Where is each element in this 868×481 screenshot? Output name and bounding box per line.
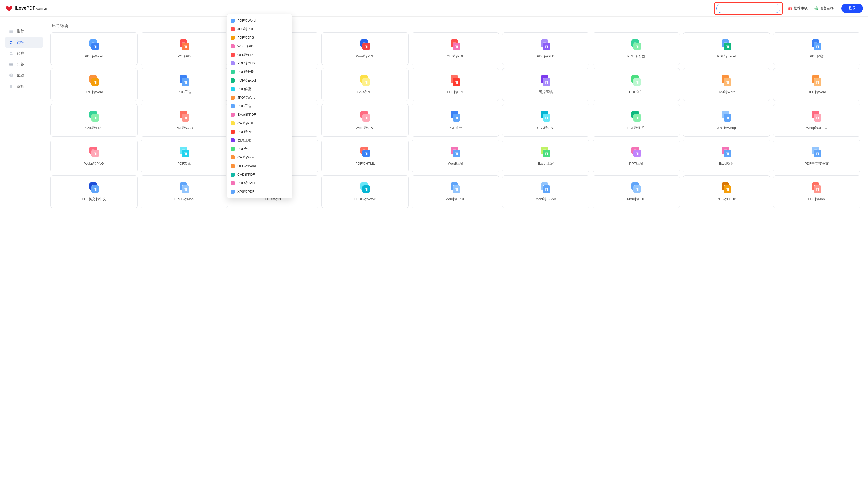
suggestion-item[interactable]: PDF转Excel <box>227 76 292 85</box>
suggestion-item[interactable]: CAJ转Word <box>227 153 292 162</box>
suggestion-item[interactable]: PDF压缩 <box>227 102 292 110</box>
tool-card[interactable]: ◧◨图片压缩 <box>502 68 589 101</box>
tool-card[interactable]: ◧◨PDF转PPT <box>412 68 499 101</box>
suggestion-label: Word转PDF <box>237 44 256 49</box>
tool-card[interactable]: ◧◨Webp转PNG <box>50 140 137 172</box>
file-icon <box>231 44 235 48</box>
suggestion-item[interactable]: CAD转PDF <box>227 170 292 179</box>
brand-logo[interactable]: iLovePDF.com.cn <box>5 5 47 12</box>
tool-card[interactable]: ◧◨Excel压缩 <box>502 140 589 172</box>
tool-card[interactable]: ◧◨PDF拆分 <box>412 104 499 137</box>
tool-card-label: EPUB转Mobi <box>173 197 196 201</box>
tool-card[interactable]: ◧◨Webp转JPEG <box>773 104 861 137</box>
suggestion-item[interactable]: Excel转PDF <box>227 110 292 119</box>
sidebar-item-plan[interactable]: 套餐 <box>5 59 43 70</box>
tool-card[interactable]: ◧◨PDF合并 <box>592 68 680 101</box>
sidebar-item-help[interactable]: ?帮助 <box>5 70 43 81</box>
search-input[interactable] <box>716 4 780 13</box>
suggestion-item[interactable]: CAJ转PDF <box>227 119 292 128</box>
tool-card[interactable]: ◧◨Mobi转AZW3 <box>502 175 589 208</box>
tool-card[interactable]: ◧◨CAJ转PDF <box>321 68 409 101</box>
suggestion-item[interactable]: JPG转Word <box>227 93 292 102</box>
suggestion-label: PDF转Word <box>237 19 256 23</box>
promote-link[interactable]: 推荐赚钱 <box>788 6 808 10</box>
tool-card[interactable]: ◧◨PPT压缩 <box>592 140 680 172</box>
suggestion-item[interactable]: XPS转PDF <box>227 187 292 196</box>
tool-card[interactable]: ◧◨PDF英文转中文 <box>50 175 137 208</box>
tool-card[interactable]: ◧◨JPG转Webp <box>683 104 770 137</box>
file-icon <box>231 70 235 74</box>
file-icon <box>231 190 235 194</box>
file-icon <box>231 156 235 160</box>
tool-card-label: Webp转JPG <box>354 126 376 130</box>
tool-card-label: PDF转OFD <box>535 54 556 59</box>
tool-card[interactable]: ◧◨PDF转EPUB <box>683 175 770 208</box>
tool-card[interactable]: ◧◨Webp转JPG <box>321 104 409 137</box>
tool-card[interactable]: ◧◨PDF转Excel <box>683 32 770 65</box>
tool-card[interactable]: ◧◨PDF解密 <box>773 32 861 65</box>
suggestion-label: CAJ转PDF <box>237 121 254 126</box>
svg-rect-13 <box>231 28 234 30</box>
suggestion-item[interactable]: JPG转PDF <box>227 25 292 33</box>
sidebar-item-recommend[interactable]: 推荐 <box>5 26 43 37</box>
tool-card[interactable]: ◧◨Word转PDF <box>321 32 409 65</box>
tool-card-icon: ◧◨ <box>179 110 190 122</box>
suggestion-item[interactable]: OFD转Word <box>227 162 292 170</box>
promote-label: 推荐赚钱 <box>794 6 808 10</box>
tool-card[interactable]: ◧◨PDF转OFD <box>502 32 589 65</box>
tool-card[interactable]: ◧◨PDF加密 <box>141 140 228 172</box>
tool-card-label: PDF压缩 <box>176 90 193 94</box>
suggestion-item[interactable]: Word转PDF <box>227 42 292 51</box>
tool-card[interactable]: ◧◨OFD转Word <box>773 68 861 101</box>
suggestion-item[interactable]: PDF转JPG <box>227 33 292 42</box>
tool-card[interactable]: ◧◨EPUB转AZW3 <box>321 175 409 208</box>
tool-card[interactable]: ◧◨PDF转CAD <box>141 104 228 137</box>
tool-card[interactable]: ◧◨PDF转长图 <box>592 32 680 65</box>
tool-card-icon: ◧◨ <box>450 146 461 158</box>
tool-card[interactable]: ◧◨Mobi转PDF <box>592 175 680 208</box>
tool-card[interactable]: ◧◨OFD转PDF <box>412 32 499 65</box>
suggestion-label: PDF转Excel <box>237 78 256 83</box>
suggestion-item[interactable]: OFD转PDF <box>227 51 292 59</box>
login-button[interactable]: 登录 <box>841 3 863 13</box>
section-title: 热门转换 <box>51 23 861 29</box>
suggestion-item[interactable]: PDF合并 <box>227 145 292 153</box>
language-link[interactable]: 语言选择 <box>814 6 834 10</box>
sidebar-item-terms[interactable]: 条款 <box>5 81 43 92</box>
sidebar-item-account[interactable]: 账户 <box>5 48 43 59</box>
svg-rect-21 <box>231 96 234 99</box>
tool-card[interactable]: ◧◨PDF转HTML <box>321 140 409 172</box>
tool-card-icon: ◧◨ <box>720 39 732 51</box>
tool-card-label: PDF转PPT <box>445 90 465 94</box>
tool-card-icon: ◧◨ <box>88 110 100 122</box>
tool-card[interactable]: ◧◨PDF转Mobi <box>773 175 861 208</box>
suggestion-item[interactable]: PDF解密 <box>227 85 292 93</box>
brand-name: iLovePDF <box>14 5 35 10</box>
tool-card[interactable]: ◧◨CAD转PDF <box>50 104 137 137</box>
tool-card-label: JPG转Webp <box>716 126 737 130</box>
tool-card[interactable]: ◧◨Excel拆分 <box>683 140 770 172</box>
suggestion-item[interactable]: PDF转Word <box>227 17 292 25</box>
tool-card[interactable]: ◧◨Mobi转EPUB <box>412 175 499 208</box>
suggestion-item[interactable]: PDF转CAD <box>227 179 292 187</box>
tool-card[interactable]: ◧◨PDF转Word <box>50 32 137 65</box>
tool-grid: ◧◨PDF转Word◧◨JPG转PDF◧◨PDF转JPG◧◨Word转PDF◧◨… <box>50 32 861 208</box>
tool-card-icon: ◧◨ <box>359 146 371 158</box>
suggestion-item[interactable]: 图片压缩 <box>227 136 292 145</box>
svg-rect-27 <box>231 148 234 150</box>
suggestion-item[interactable]: PDF转长图 <box>227 68 292 76</box>
tool-card[interactable]: ◧◨CAD转JPG <box>502 104 589 137</box>
tool-card[interactable]: ◧◨PDF转图片 <box>592 104 680 137</box>
tool-card[interactable]: ◧◨JPG转Word <box>50 68 137 101</box>
tool-card[interactable]: ◧◨JPG转PDF <box>141 32 228 65</box>
tool-card[interactable]: ◧◨CAJ转Word <box>683 68 770 101</box>
tool-card-label: PDF转HTML <box>354 161 376 166</box>
suggestion-label: PDF解密 <box>237 87 251 91</box>
suggestion-item[interactable]: PDF转PPT <box>227 128 292 136</box>
tool-card[interactable]: ◧◨PDF中文转英文 <box>773 140 861 172</box>
tool-card[interactable]: ◧◨EPUB转Mobi <box>141 175 228 208</box>
tool-card[interactable]: ◧◨Word压缩 <box>412 140 499 172</box>
tool-card[interactable]: ◧◨PDF压缩 <box>141 68 228 101</box>
suggestion-item[interactable]: PDF转OFD <box>227 59 292 68</box>
sidebar-item-convert[interactable]: 转换 <box>5 37 43 48</box>
